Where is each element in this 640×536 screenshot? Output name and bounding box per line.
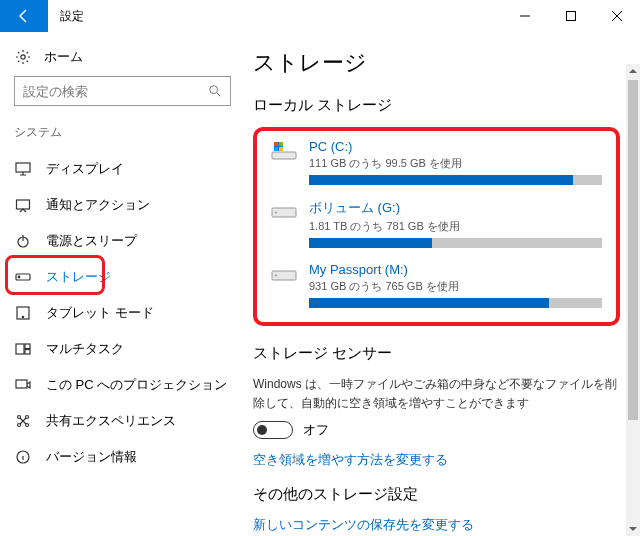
project-icon <box>14 377 32 393</box>
sidebar-item-project[interactable]: この PC へのプロジェクション <box>0 367 245 403</box>
sidebar-item-share[interactable]: 共有エクスペリエンス <box>0 403 245 439</box>
svg-rect-24 <box>279 147 283 151</box>
sidebar-item-tablet[interactable]: タブレット モード <box>0 295 245 331</box>
tablet-icon <box>14 305 32 321</box>
back-button[interactable] <box>0 0 48 32</box>
gear-icon <box>14 49 32 65</box>
svg-rect-4 <box>17 200 30 209</box>
svg-rect-19 <box>272 152 296 159</box>
drive-icon <box>271 199 297 248</box>
storage-sense-toggle[interactable] <box>253 421 293 439</box>
svg-rect-21 <box>274 142 278 146</box>
other-storage-heading: その他のストレージ設定 <box>253 485 620 504</box>
storage-sense-description: Windows は、一時ファイルやごみ箱の中身など不要なファイルを削除して、自動… <box>253 375 620 413</box>
drive-usage-text: 1.81 TB のうち 781 GB を使用 <box>309 219 602 234</box>
maximize-button[interactable] <box>548 0 594 32</box>
drive-usage-text: 111 GB のうち 99.5 GB を使用 <box>309 156 602 171</box>
sidebar-item-display[interactable]: ディスプレイ <box>0 151 245 187</box>
svg-point-2 <box>210 86 218 94</box>
toggle-state-label: オフ <box>303 421 329 439</box>
sidebar-item-label: 共有エクスペリエンス <box>46 412 176 430</box>
multitask-icon <box>14 341 32 357</box>
storage-sense-heading: ストレージ センサー <box>253 344 620 363</box>
scroll-down-button[interactable] <box>626 522 640 536</box>
svg-rect-12 <box>25 350 30 355</box>
home-label: ホーム <box>44 48 83 66</box>
drive-name: ボリューム (G:) <box>309 199 602 217</box>
close-button[interactable] <box>594 0 640 32</box>
drive-usage-bar <box>309 175 602 185</box>
svg-point-1 <box>21 55 25 59</box>
power-icon <box>14 233 32 249</box>
sidebar-item-label: タブレット モード <box>46 304 154 322</box>
drive-row[interactable]: My Passport (M:)931 GB のうち 765 GB を使用 <box>271 262 602 308</box>
drive-icon <box>271 262 297 308</box>
drive-usage-bar <box>309 298 602 308</box>
drive-name: My Passport (M:) <box>309 262 602 277</box>
sidebar-item-label: ストレージ <box>46 268 111 286</box>
share-icon <box>14 413 32 429</box>
change-free-space-link[interactable]: 空き領域を増やす方法を変更する <box>253 451 620 469</box>
svg-point-28 <box>275 275 277 277</box>
notify-icon <box>14 197 32 213</box>
minimize-button[interactable] <box>502 0 548 32</box>
sidebar-item-label: マルチタスク <box>46 340 124 358</box>
svg-point-9 <box>22 316 23 317</box>
sidebar-item-storage[interactable]: ストレージ <box>0 259 245 295</box>
sidebar-item-notify[interactable]: 通知とアクション <box>0 187 245 223</box>
svg-rect-22 <box>279 142 283 146</box>
sidebar-item-label: 電源とスリープ <box>46 232 137 250</box>
drives-highlight-box: PC (C:)111 GB のうち 99.5 GB を使用ボリューム (G:)1… <box>253 127 620 326</box>
svg-rect-13 <box>16 380 27 388</box>
drive-usage-text: 931 GB のうち 765 GB を使用 <box>309 279 602 294</box>
sidebar-item-label: この PC へのプロジェクション <box>46 376 227 394</box>
page-title: ストレージ <box>253 48 620 78</box>
svg-rect-3 <box>16 163 30 172</box>
scrollbar-thumb[interactable] <box>628 80 638 420</box>
svg-rect-23 <box>274 147 278 151</box>
drive-usage-bar <box>309 238 602 248</box>
content-pane: ストレージ ローカル ストレージ PC (C:)111 GB のうち 99.5 … <box>245 32 640 536</box>
sidebar-item-label: バージョン情報 <box>46 448 137 466</box>
sidebar-item-multitask[interactable]: マルチタスク <box>0 331 245 367</box>
display-icon <box>14 161 32 177</box>
sidebar-item-label: 通知とアクション <box>46 196 150 214</box>
sidebar-item-info[interactable]: バージョン情報 <box>0 439 245 475</box>
local-storage-heading: ローカル ストレージ <box>253 96 620 115</box>
change-save-location-link[interactable]: 新しいコンテンツの保存先を変更する <box>253 516 620 534</box>
drive-row[interactable]: PC (C:)111 GB のうち 99.5 GB を使用 <box>271 139 602 185</box>
category-label: システム <box>0 124 245 151</box>
drive-icon <box>271 139 297 185</box>
drive-row[interactable]: ボリューム (G:)1.81 TB のうち 781 GB を使用 <box>271 199 602 248</box>
drive-name: PC (C:) <box>309 139 602 154</box>
home-link[interactable]: ホーム <box>0 44 245 76</box>
sidebar: ホーム システム ディスプレイ通知とアクション電源とスリープストレージタブレット… <box>0 32 245 536</box>
svg-rect-0 <box>567 12 576 21</box>
search-box[interactable] <box>14 76 231 106</box>
sidebar-item-power[interactable]: 電源とスリープ <box>0 223 245 259</box>
svg-rect-11 <box>25 344 30 349</box>
vertical-scrollbar[interactable] <box>626 64 640 536</box>
storage-icon <box>14 269 32 285</box>
search-icon <box>208 84 222 98</box>
svg-point-26 <box>275 212 277 214</box>
sidebar-item-label: ディスプレイ <box>46 160 124 178</box>
search-input[interactable] <box>23 84 208 99</box>
svg-point-7 <box>18 276 20 278</box>
svg-rect-10 <box>16 344 24 354</box>
info-icon <box>14 449 32 465</box>
window-title: 設定 <box>48 8 502 25</box>
scroll-up-button[interactable] <box>626 64 640 78</box>
